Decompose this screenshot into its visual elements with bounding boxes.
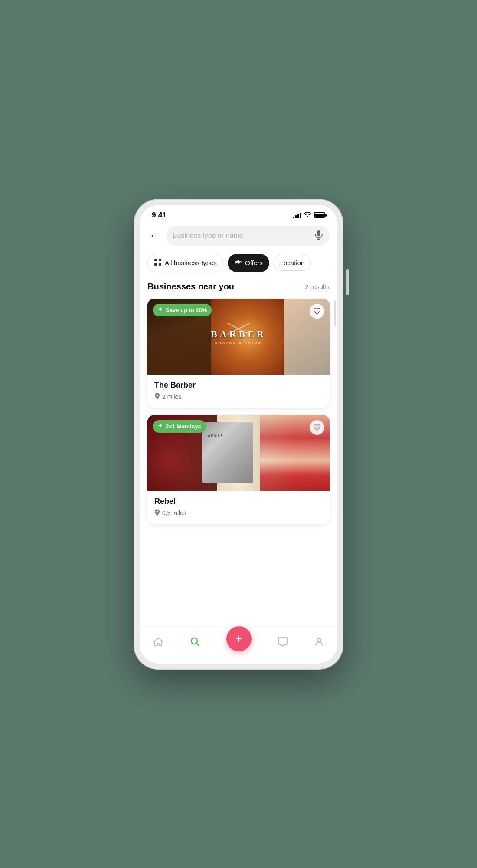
search-row: ← Business type or name [147, 223, 330, 246]
nav-chat[interactable] [271, 635, 295, 651]
back-arrow-icon: ← [150, 230, 159, 241]
side-button [346, 269, 349, 295]
svg-point-10 [157, 394, 158, 396]
microphone-icon[interactable] [315, 230, 323, 242]
section-header: Businesses near you 2 results [147, 282, 330, 292]
back-button[interactable]: ← [147, 229, 161, 243]
bottom-nav: + [140, 627, 337, 664]
add-icon: + [235, 633, 242, 645]
all-business-types-chip[interactable]: All business types [147, 254, 223, 272]
spacer [140, 531, 337, 627]
offers-chip[interactable]: Offers [228, 254, 269, 272]
wifi-icon [304, 211, 311, 219]
barber-card[interactable]: BARBER SHAVES & TRIMS [147, 299, 330, 408]
rebel-info: Rebel 0,5 miles [147, 491, 330, 524]
barber-distance-row: 2 miles [154, 393, 323, 401]
chat-icon [278, 637, 288, 650]
nav-search[interactable] [183, 635, 207, 651]
rebel-card[interactable]: REBEL 2x1 Mondays [147, 415, 330, 524]
offer-badge-icon [157, 306, 163, 314]
offers-label: Offers [245, 259, 263, 266]
barber-info: The Barber 2 miles [147, 375, 330, 408]
svg-point-7 [239, 261, 241, 263]
scroll-indicator [334, 300, 336, 326]
search-placeholder: Business type or name [173, 232, 311, 240]
rebel-favorite-button[interactable] [310, 420, 324, 435]
svg-rect-3 [154, 259, 157, 261]
phone-screen: 9:41 [140, 205, 337, 664]
barber-favorite-button[interactable] [310, 304, 324, 319]
add-button[interactable]: + [226, 626, 252, 651]
barber-image: BARBER SHAVES & TRIMS [147, 299, 330, 375]
offer-badge-rebel-icon [157, 423, 163, 430]
svg-point-14 [317, 638, 321, 642]
svg-rect-5 [154, 263, 157, 266]
offer-badge-rebel: 2x1 Mondays [153, 420, 206, 433]
location-chip[interactable]: Location [274, 255, 311, 271]
svg-point-11 [157, 510, 158, 512]
search-bar[interactable]: Business type or name [166, 226, 330, 246]
filter-row: All business types Offers Location [147, 254, 330, 272]
results-count: 2 results [305, 283, 330, 290]
offer-badge-rebel-text: 2x1 Mondays [166, 423, 201, 430]
svg-rect-4 [159, 259, 161, 261]
location-pin-icon [154, 393, 160, 401]
barber-name: The Barber [154, 381, 323, 390]
rebel-image: REBEL 2x1 Mondays [147, 415, 330, 491]
battery-icon [314, 212, 325, 218]
rebel-distance: 0,5 miles [162, 510, 186, 516]
signal-icon [293, 212, 301, 218]
status-bar: 9:41 [140, 205, 337, 223]
nav-profile[interactable] [307, 635, 331, 651]
svg-rect-0 [317, 230, 320, 236]
svg-line-13 [196, 643, 199, 646]
grid-icon [154, 258, 162, 268]
search-icon [190, 637, 200, 650]
phone-wrapper: 9:41 [134, 200, 343, 669]
barber-distance: 2 miles [162, 393, 181, 400]
home-icon [153, 637, 164, 650]
profile-icon [314, 637, 324, 650]
megaphone-icon [234, 258, 242, 268]
offer-badge-text: Save up to 20% [166, 307, 207, 313]
status-time: 9:41 [152, 211, 167, 220]
main-content: ← Business type or name [140, 223, 337, 524]
rebel-location-pin-icon [154, 509, 160, 517]
section-title: Businesses near you [147, 282, 234, 292]
svg-rect-6 [159, 263, 161, 266]
location-label: Location [280, 259, 305, 266]
status-icons [293, 211, 325, 219]
rebel-name: Rebel [154, 497, 323, 506]
offer-badge-barber: Save up to 20% [153, 304, 212, 316]
rebel-distance-row: 0,5 miles [154, 509, 323, 517]
nav-add[interactable]: + [219, 633, 258, 653]
nav-home[interactable] [146, 635, 171, 651]
all-types-label: All business types [165, 259, 217, 266]
